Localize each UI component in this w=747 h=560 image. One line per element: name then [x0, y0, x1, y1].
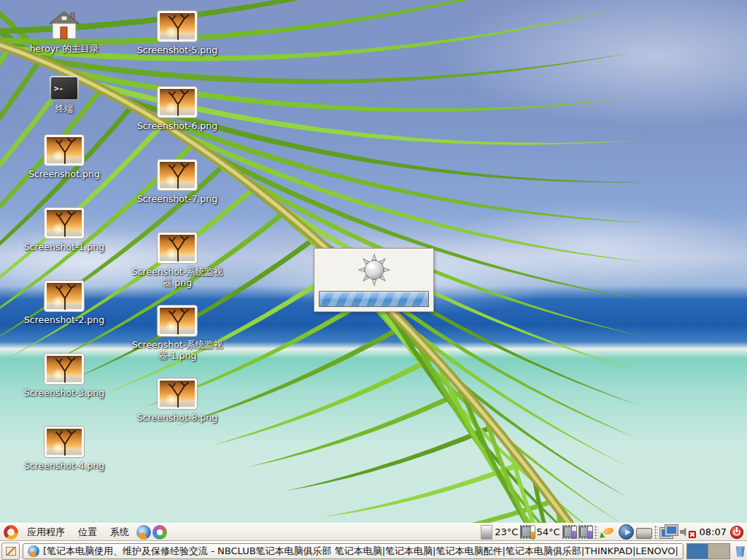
workspace-2[interactable]	[708, 544, 729, 559]
menu-applications[interactable]: 应用程序	[21, 524, 71, 541]
cpu-frequency-applet[interactable]	[481, 525, 492, 540]
desktop-icon-label: Screenshot-8.png	[137, 412, 217, 423]
desktop-icon-label: Screenshot-3.png	[24, 387, 104, 398]
image-thumbnail-icon	[157, 10, 198, 42]
desktop-icon-screenshot-sysmon[interactable]: Screenshot-系统监视器.png	[130, 232, 225, 289]
desktop-icon-screenshot-6[interactable]: Screenshot-6.png	[130, 86, 225, 131]
laptop-applet-icon[interactable]	[636, 528, 652, 539]
swirl-launcher-icon[interactable]	[152, 525, 167, 540]
desktop-icon-label: Screenshot-5.png	[137, 44, 217, 55]
desktop-icon-home[interactable]: heroyr 的主目录	[17, 10, 112, 54]
sensor-gauge-icon-1[interactable]	[562, 525, 576, 539]
image-thumbnail-icon	[157, 378, 198, 410]
desktop-icon-label: Screenshot-7.png	[137, 193, 217, 204]
desktop-icon-label: Screenshot-系统监视器-1.png	[131, 339, 223, 362]
sensor-gauge-icon-2[interactable]	[578, 525, 592, 539]
desktop-icon-label: 终端	[55, 103, 74, 114]
desktop-icon-label: Screenshot-4.png	[24, 460, 104, 471]
image-thumbnail-icon	[157, 86, 198, 118]
applet-grip-handle[interactable]	[595, 526, 598, 539]
image-thumbnail-icon	[157, 305, 198, 337]
media-player-tray-icon[interactable]	[619, 524, 634, 540]
system-tray: 23°C 54°C 08:07	[481, 524, 745, 540]
clock[interactable]: 08:07	[700, 526, 727, 537]
workspace-switcher	[686, 543, 730, 559]
firefox-launcher-icon[interactable]	[136, 525, 151, 540]
task-button-title: [笔记本电脑使用、维护及保修经验交流 - NBCLUB笔记本电脑俱乐部 笔记本电…	[43, 545, 678, 558]
desktop-screen: heroyr 的主目录 >- 终端 Screenshot.png Screens…	[0, 0, 747, 560]
mine-icon	[357, 253, 391, 287]
desktop-icon-label: Screenshot.png	[28, 168, 100, 179]
menu-places[interactable]: 位置	[72, 524, 103, 541]
desktop-icon-screenshot-4[interactable]: Screenshot-4.png	[17, 426, 112, 471]
desktop-icon-screenshot-7[interactable]: Screenshot-7.png	[130, 159, 225, 204]
image-thumbnail-icon	[44, 207, 85, 239]
home-icon	[48, 10, 80, 41]
splash-dialog	[314, 248, 434, 312]
desktop-icon-screenshot-2[interactable]: Screenshot-2.png	[17, 280, 112, 325]
firefox-icon	[28, 545, 39, 557]
image-thumbnail-icon	[44, 134, 85, 166]
fish-applet-icon[interactable]	[600, 526, 616, 539]
menu-panel: 应用程序 位置 系统 23°C 54°C 08:07	[0, 523, 747, 541]
desktop-icon-screenshot-3[interactable]: Screenshot-3.png	[17, 353, 112, 398]
desktop-icon-screenshot-sysmon-1[interactable]: Screenshot-系统监视器-1.png	[130, 305, 225, 362]
shutdown-button-icon[interactable]	[730, 526, 743, 539]
image-thumbnail-icon	[44, 426, 85, 458]
desktop-icon-label: Screenshot-1.png	[24, 241, 104, 252]
image-thumbnail-icon	[44, 280, 85, 312]
network-monitors-icon[interactable]	[660, 525, 678, 539]
cpu-thermometer-icon[interactable]	[520, 525, 534, 539]
desktop-icon-screenshot-8[interactable]: Screenshot-8.png	[130, 378, 225, 423]
desktop-icon-label: Screenshot-2.png	[24, 314, 104, 325]
applet-grip-handle[interactable]	[654, 526, 658, 539]
task-button-firefox-window[interactable]: [笔记本电脑使用、维护及保修经验交流 - NBCLUB笔记本电脑俱乐部 笔记本电…	[23, 543, 684, 559]
desktop-icon-screenshot[interactable]: Screenshot.png	[17, 134, 112, 179]
progress-bar	[319, 291, 429, 307]
image-thumbnail-icon	[157, 232, 198, 264]
desktop-icon-label: Screenshot-6.png	[137, 120, 217, 131]
image-thumbnail-icon	[157, 159, 198, 191]
menu-system[interactable]: 系统	[104, 524, 135, 541]
desktop-icon-label: Screenshot-系统监视器.png	[131, 266, 223, 289]
desktop-icon-label: heroyr 的主目录	[30, 43, 99, 54]
temperature-reading-1: 23°C	[495, 526, 518, 537]
image-thumbnail-icon	[44, 353, 85, 385]
progress-fill	[320, 292, 428, 306]
task-panel: [笔记本电脑使用、维护及保修经验交流 - NBCLUB笔记本电脑俱乐部 笔记本电…	[0, 541, 747, 560]
terminal-icon: >-	[50, 76, 79, 101]
volume-muted-icon[interactable]	[680, 526, 696, 539]
show-desktop-button[interactable]	[1, 542, 20, 560]
trash-applet-icon[interactable]	[735, 545, 746, 557]
desktop-icon-terminal[interactable]: >- 终端	[17, 76, 112, 114]
workspace-1[interactable]	[687, 544, 708, 559]
desktop-icon-screenshot-5[interactable]: Screenshot-5.png	[130, 10, 225, 55]
desktop-icon-screenshot-1[interactable]: Screenshot-1.png	[17, 207, 112, 252]
temperature-reading-2: 54°C	[536, 526, 560, 537]
ubuntu-logo-icon[interactable]	[4, 525, 18, 540]
